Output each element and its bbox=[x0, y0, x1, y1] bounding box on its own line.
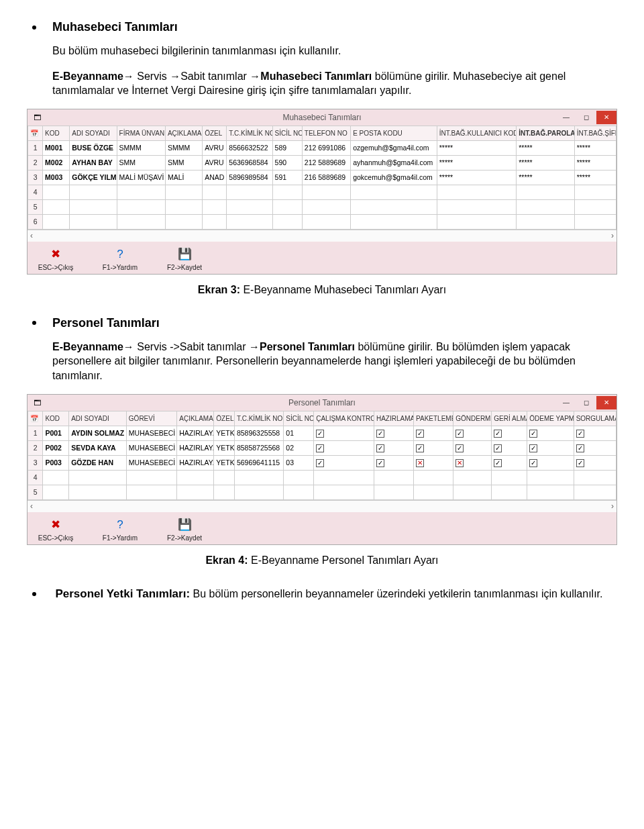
toolbar-label: F1->Yardım bbox=[99, 264, 142, 271]
toolbar-button[interactable]: 💾F2->Kaydet bbox=[163, 246, 206, 271]
scroll-left-icon[interactable]: ‹ bbox=[30, 231, 33, 240]
checkbox-icon[interactable] bbox=[529, 459, 537, 467]
scroll-right-icon[interactable]: › bbox=[611, 501, 614, 511]
window-title: Muhasebeci Tanımları bbox=[28, 113, 616, 122]
checkbox-icon[interactable] bbox=[494, 459, 502, 467]
table-row[interactable]: 5 bbox=[28, 485, 616, 499]
toolbar-button[interactable]: ✖ESC->Çıkış bbox=[34, 516, 77, 542]
checkbox-icon[interactable] bbox=[455, 459, 464, 467]
toolbar-icon: ✖ bbox=[47, 516, 64, 534]
checkbox-icon[interactable] bbox=[316, 430, 324, 438]
grid-corner[interactable]: 📅 bbox=[28, 126, 43, 140]
toolbar-button[interactable]: 💾F2->Kaydet bbox=[163, 516, 206, 542]
section-title-text: Muhasebeci Tanımları bbox=[52, 20, 178, 34]
section1-para1: Bu bölüm muhasebeci bilgilerinin tanımla… bbox=[52, 44, 617, 58]
scroll-right-icon[interactable]: › bbox=[611, 231, 614, 240]
checkbox-icon[interactable] bbox=[416, 430, 424, 438]
checkbox-icon[interactable] bbox=[376, 444, 384, 452]
toolbar-icon: ✖ bbox=[47, 246, 64, 263]
table-row[interactable]: 1M001BUSE ÖZGESMMMSMMMAVRU85666325225892… bbox=[28, 140, 616, 155]
checkbox-icon[interactable] bbox=[529, 430, 537, 438]
toolbar-label: ESC->Çıkış bbox=[34, 264, 77, 271]
checkbox-icon[interactable] bbox=[529, 444, 537, 452]
checkbox-icon[interactable] bbox=[316, 444, 324, 452]
bullet-icon bbox=[32, 321, 36, 325]
toolbar-label: F2->Kaydet bbox=[163, 264, 206, 271]
toolbar-button[interactable]: ?F1->Yardım bbox=[99, 516, 142, 542]
table-row[interactable]: 2M002AYHAN BAYSMMSMMAVRU5636968584590212… bbox=[28, 155, 616, 170]
checkbox-icon[interactable] bbox=[576, 444, 584, 452]
checkbox-icon[interactable] bbox=[494, 430, 502, 438]
grid-corner[interactable]: 📅 bbox=[28, 411, 43, 426]
toolbar-button[interactable]: ?F1->Yardım bbox=[99, 246, 142, 271]
table-row[interactable]: 4 bbox=[28, 185, 616, 199]
checkbox-icon[interactable] bbox=[416, 444, 424, 452]
titlebar: 🗔 Muhasebeci Tanımları — ◻ ✕ bbox=[28, 109, 616, 126]
table-row[interactable]: 5 bbox=[28, 199, 616, 214]
table-row[interactable]: 2P002SEVDA KAYAMUHASEBECİHAZIRLAY.YETK85… bbox=[28, 440, 616, 455]
section-personel-yetki: Personel Yetki Tanımları: Bu bölüm perso… bbox=[52, 587, 617, 602]
toolbar-label: F2->Kaydet bbox=[163, 534, 206, 542]
section-personel-tanimlari: Personel Tanımları bbox=[27, 316, 617, 330]
toolbar-label: ESC->Çıkış bbox=[34, 534, 77, 542]
table-row[interactable]: 4 bbox=[28, 470, 616, 485]
titlebar: 🗔 Personel Tanımları — ◻ ✕ bbox=[28, 395, 616, 411]
scroll-left-icon[interactable]: ‹ bbox=[30, 501, 33, 511]
checkbox-icon[interactable] bbox=[416, 459, 424, 467]
grid-muhasebeci[interactable]: 📅 KOD ADI SOYADI FİRMA ÜNVANI AÇIKLAMA Ö… bbox=[28, 126, 616, 230]
toolbar-icon: 💾 bbox=[176, 516, 193, 534]
toolbar-icon: 💾 bbox=[176, 246, 193, 263]
checkbox-icon[interactable] bbox=[455, 444, 464, 452]
toolbar-label: F1->Yardım bbox=[99, 534, 142, 542]
toolbar-icon: ? bbox=[111, 246, 129, 263]
window-title: Personel Tanımları bbox=[28, 398, 616, 407]
section1-nav: E-Beyanname→ Servis →Sabit tanımlar →Muh… bbox=[52, 69, 617, 98]
section2-nav: E-Beyanname→ Servis ->Sabit tanımlar →Pe… bbox=[52, 340, 617, 383]
grid-header-row: 📅 KOD ADI SOYADI FİRMA ÜNVANI AÇIKLAMA Ö… bbox=[28, 126, 616, 140]
toolbar-icon: ? bbox=[111, 516, 129, 534]
grid-scrollbar[interactable]: ‹ › bbox=[28, 230, 616, 242]
bullet-icon bbox=[32, 26, 36, 30]
caption-ekran4: Ekran 4: E-Beyanname Personel Tanımları … bbox=[27, 554, 617, 567]
section-title-text: Personel Tanımları bbox=[52, 316, 160, 330]
toolbar: ✖ESC->Çıkış?F1->Yardım💾F2->Kaydet bbox=[28, 242, 616, 274]
table-row[interactable]: 6 bbox=[28, 214, 616, 229]
caption-ekran3: Ekran 3: E-Beyanname Muhasebeci Tanımlar… bbox=[27, 284, 617, 296]
table-row[interactable]: 3M003GÖKÇE YILMMALİ MÜŞAVİMALİANAD589698… bbox=[28, 170, 616, 185]
bullet-icon bbox=[32, 592, 36, 596]
checkbox-icon[interactable] bbox=[576, 459, 584, 467]
table-row[interactable]: 3P003GÖZDE HANMUHASEBECİHAZIRLAY.YETK569… bbox=[28, 455, 616, 470]
checkbox-icon[interactable] bbox=[576, 430, 584, 438]
toolbar-button[interactable]: ✖ESC->Çıkış bbox=[34, 246, 77, 271]
window-muhasebeci: 🗔 Muhasebeci Tanımları — ◻ ✕ 📅 bbox=[27, 109, 617, 275]
section-muhasebeci-tanimlari: Muhasebeci Tanımları bbox=[27, 20, 617, 34]
toolbar: ✖ESC->Çıkış?F1->Yardım💾F2->Kaydet bbox=[28, 512, 616, 544]
checkbox-icon[interactable] bbox=[455, 430, 464, 438]
window-personel: 🗔 Personel Tanımları — ◻ ✕ 📅 KO bbox=[27, 394, 617, 545]
table-row[interactable]: 1P001AYDIN SOLMAZMUHASEBECİHAZIRLAY.YETK… bbox=[28, 426, 616, 440]
checkbox-icon[interactable] bbox=[376, 459, 384, 467]
checkbox-icon[interactable] bbox=[376, 430, 384, 438]
grid-personel[interactable]: 📅 KOD ADI SOYADI GÖREVİ AÇIKLAMA ÖZEL T.… bbox=[28, 411, 616, 500]
checkbox-icon[interactable] bbox=[316, 459, 324, 467]
grid-scrollbar[interactable]: ‹ › bbox=[28, 500, 616, 512]
checkbox-icon[interactable] bbox=[494, 444, 502, 452]
grid-header-row: 📅 KOD ADI SOYADI GÖREVİ AÇIKLAMA ÖZEL T.… bbox=[28, 411, 616, 426]
